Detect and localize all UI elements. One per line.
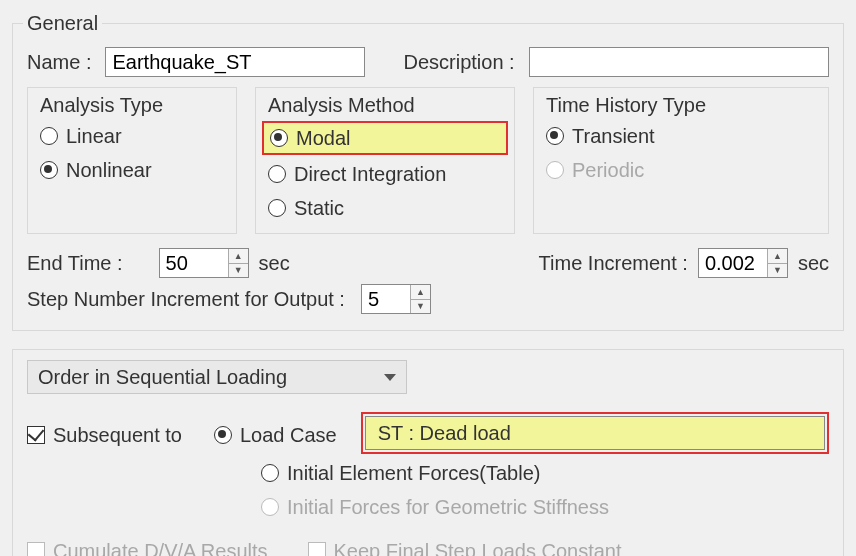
spin-down-icon[interactable]: ▼ — [411, 300, 430, 314]
analysis-type-linear[interactable]: Linear — [40, 121, 224, 151]
checkbox-label: Cumulate D/V/A Results — [53, 536, 268, 556]
radio-label: Linear — [66, 121, 122, 151]
selection-load-case[interactable]: Load Case — [214, 420, 337, 450]
time-history-periodic: Periodic — [546, 155, 816, 185]
time-increment-label: Time Increment : — [539, 252, 688, 275]
radio-label: Static — [294, 193, 344, 223]
analysis-type-legend: Analysis Type — [36, 94, 167, 117]
checkbox-label: Subsequent to — [53, 420, 182, 450]
time-history-transient[interactable]: Transient — [546, 121, 816, 151]
keep-final-checkbox: Keep Final Step Loads Constant — [308, 536, 622, 556]
analysis-method-legend: Analysis Method — [264, 94, 419, 117]
subsequent-to-checkbox[interactable]: Subsequent to — [27, 420, 182, 450]
end-time-label: End Time : — [27, 252, 123, 275]
description-label: Description : — [403, 51, 514, 74]
radio-label: Periodic — [572, 155, 644, 185]
radio-label: Modal — [296, 123, 350, 153]
order-dropdown-label: Order in Sequential Loading — [38, 366, 287, 389]
radio-icon — [214, 426, 232, 444]
analysis-method-direct-integration[interactable]: Direct Integration — [268, 159, 502, 189]
checkbox-label: Keep Final Step Loads Constant — [334, 536, 622, 556]
analysis-type-nonlinear[interactable]: Nonlinear — [40, 155, 224, 185]
radio-icon — [40, 161, 58, 179]
radio-label: Transient — [572, 121, 655, 151]
radio-icon — [261, 498, 279, 516]
description-input[interactable] — [529, 47, 829, 77]
checkbox-icon — [27, 542, 45, 556]
end-time-input[interactable] — [160, 249, 228, 277]
step-number-label: Step Number Increment for Output : — [27, 288, 345, 311]
end-time-unit: sec — [259, 252, 290, 275]
analysis-type-group: Analysis Type Linear Nonlinear — [27, 87, 237, 234]
analysis-method-modal[interactable]: Modal — [262, 121, 508, 155]
checkbox-icon — [308, 542, 326, 556]
sequential-loading-group: Order in Sequential Loading Subsequent t… — [12, 349, 844, 556]
radio-label: Load Case — [240, 420, 337, 450]
radio-label: Nonlinear — [66, 155, 152, 185]
spin-up-icon[interactable]: ▲ — [229, 249, 248, 264]
time-increment-spinner[interactable]: ▲ ▼ — [698, 248, 788, 278]
time-history-type-group: Time History Type Transient Periodic — [533, 87, 829, 234]
step-number-input[interactable] — [362, 285, 410, 313]
name-label: Name : — [27, 51, 91, 74]
cumulate-checkbox: Cumulate D/V/A Results — [27, 536, 268, 556]
end-time-spinner[interactable]: ▲ ▼ — [159, 248, 249, 278]
analysis-method-group: Analysis Method Modal Direct Integration… — [255, 87, 515, 234]
radio-label: Initial Element Forces(Table) — [287, 458, 540, 488]
general-group: General Name : Description : Analysis Ty… — [12, 12, 844, 331]
general-legend: General — [23, 12, 102, 35]
radio-icon — [270, 129, 288, 147]
time-history-type-legend: Time History Type — [542, 94, 710, 117]
load-case-value: ST : Dead load — [378, 422, 511, 445]
checkbox-icon — [27, 426, 45, 444]
spin-down-icon[interactable]: ▼ — [229, 264, 248, 278]
order-dropdown[interactable]: Order in Sequential Loading — [27, 360, 407, 394]
radio-icon — [268, 165, 286, 183]
radio-icon — [546, 127, 564, 145]
selection-initial-forces-geom: Initial Forces for Geometric Stiffness — [261, 492, 829, 522]
spin-up-icon[interactable]: ▲ — [768, 249, 787, 264]
load-case-dropdown[interactable]: ST : Dead load — [365, 416, 825, 450]
radio-icon — [261, 464, 279, 482]
load-case-highlight: ST : Dead load — [361, 412, 829, 454]
chevron-down-icon — [384, 374, 396, 381]
time-increment-unit: sec — [798, 252, 829, 275]
selection-initial-forces-table[interactable]: Initial Element Forces(Table) — [261, 458, 829, 488]
step-number-spinner[interactable]: ▲ ▼ — [361, 284, 431, 314]
analysis-method-static[interactable]: Static — [268, 193, 502, 223]
name-input[interactable] — [105, 47, 365, 77]
time-increment-input[interactable] — [699, 249, 767, 277]
spin-down-icon[interactable]: ▼ — [768, 264, 787, 278]
radio-label: Direct Integration — [294, 159, 446, 189]
radio-icon — [268, 199, 286, 217]
radio-label: Initial Forces for Geometric Stiffness — [287, 492, 609, 522]
radio-icon — [40, 127, 58, 145]
spin-up-icon[interactable]: ▲ — [411, 285, 430, 300]
radio-icon — [546, 161, 564, 179]
